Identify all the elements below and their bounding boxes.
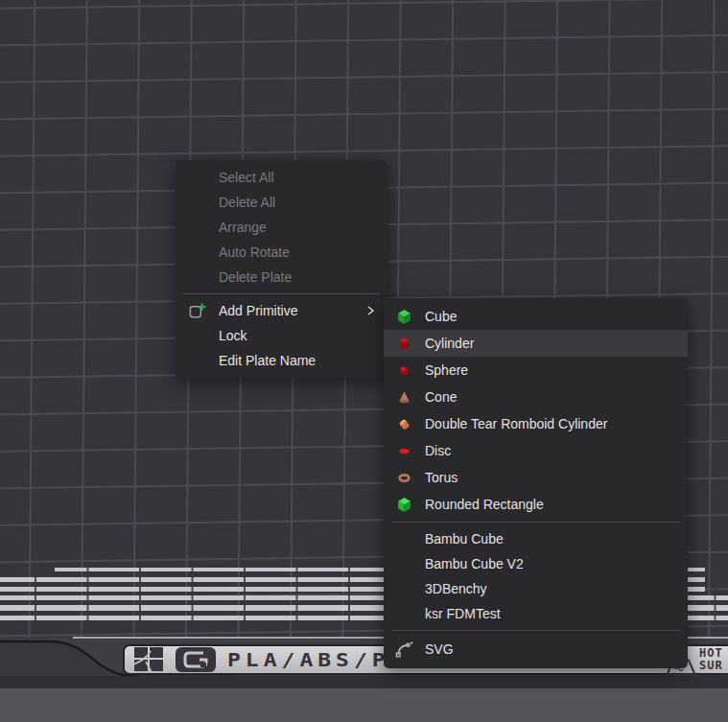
sphere-icon [384, 362, 425, 379]
add-primitive-icon [176, 302, 219, 320]
context-menu: Select All Delete All Arrange Auto Rotat… [176, 160, 387, 378]
menu-item-auto-rotate: Auto Rotate [176, 240, 387, 265]
menu-item-edit-plate-name[interactable]: Edit Plate Name [176, 348, 387, 373]
cube-icon [384, 309, 425, 325]
submenu-item-3dbenchy[interactable]: 3DBenchy [384, 576, 688, 601]
bezier-curve-icon [384, 640, 425, 659]
submenu-item-cone[interactable]: Cone [384, 384, 688, 410]
submenu-item-cube[interactable]: Cube [384, 303, 688, 330]
hot-surface-warning-text: HOT SUR [699, 647, 728, 672]
menu-item-select-all: Select All [176, 165, 387, 190]
cone-icon [384, 389, 425, 406]
plate-base-strip [0, 676, 728, 688]
add-primitive-submenu: Cube Cylinder Sphere [384, 298, 688, 668]
disc-icon [384, 443, 425, 459]
submenu-item-svg[interactable]: SVG [384, 635, 688, 664]
table-surface [0, 688, 728, 722]
cylinder-icon [384, 336, 425, 352]
submenu-item-ksr-fdmtest[interactable]: ksr FDMTest [384, 601, 688, 626]
menu-item-delete-all: Delete All [176, 190, 387, 215]
menu-item-delete-plate: Delete Plate [176, 265, 387, 290]
plate-logo-icon [175, 646, 217, 673]
submenu-item-bambu-cube[interactable]: Bambu Cube [384, 526, 688, 551]
windmill-logo-icon [133, 647, 166, 672]
submenu-item-bambu-cube-v2[interactable]: Bambu Cube V2 [384, 551, 688, 576]
chevron-right-icon [364, 305, 376, 316]
menu-item-add-primitive[interactable]: Add Primitive [176, 298, 387, 323]
submenu-item-rounded-rectangle[interactable]: Rounded Rectangle [384, 491, 688, 518]
submenu-item-disc[interactable]: Disc [384, 437, 688, 464]
rounded-rectangle-icon [384, 497, 425, 513]
torus-icon [384, 470, 425, 486]
submenu-separator [391, 630, 680, 631]
menu-separator [183, 293, 380, 294]
viewport-canvas[interactable]: PLA/ABS/PETG HOT SUR Select All Delete A… [0, 0, 728, 722]
menu-item-lock[interactable]: Lock [176, 323, 387, 348]
menu-item-arrange: Arrange [176, 215, 387, 240]
submenu-item-sphere[interactable]: Sphere [384, 357, 688, 384]
submenu-item-torus[interactable]: Torus [384, 464, 688, 491]
submenu-item-cylinder[interactable]: Cylinder [384, 330, 688, 357]
double-tear-romboid-cylinder-icon [384, 416, 425, 432]
submenu-separator [391, 522, 680, 523]
submenu-item-double-tear-romboid-cylinder[interactable]: Double Tear Romboid Cylinder [384, 410, 688, 437]
